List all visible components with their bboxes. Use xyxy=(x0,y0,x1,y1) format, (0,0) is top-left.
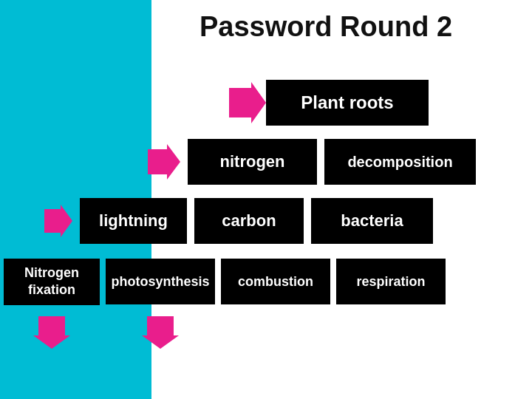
row-1: Plant roots xyxy=(229,80,429,126)
arrow-row3 xyxy=(44,205,72,237)
down-arrow-photo-icon xyxy=(142,316,179,349)
photosynthesis-block: photosynthesis xyxy=(106,259,215,304)
row-2: nitrogen decomposition xyxy=(148,139,476,185)
nitrogen-fixation-block: Nitrogen fixation xyxy=(4,259,100,305)
combustion-block: combustion xyxy=(221,259,330,304)
row-4: Nitrogen fixation photosynthesis combust… xyxy=(4,259,446,305)
arrow-row1 xyxy=(229,82,266,123)
arrow-row2 xyxy=(148,144,180,180)
svg-marker-4 xyxy=(142,316,179,349)
svg-marker-0 xyxy=(229,82,266,123)
plant-roots-block: Plant roots xyxy=(266,80,429,126)
carbon-block: carbon xyxy=(194,198,304,244)
down-arrow-nfixation-icon xyxy=(33,316,70,349)
page-title: Password Round 2 xyxy=(200,11,452,43)
lightning-block: lightning xyxy=(80,198,187,244)
bacteria-block: bacteria xyxy=(311,198,433,244)
svg-marker-3 xyxy=(33,316,70,349)
respiration-block: respiration xyxy=(336,259,446,304)
nitrogen-block: nitrogen xyxy=(188,139,317,185)
svg-marker-2 xyxy=(44,205,72,237)
svg-marker-1 xyxy=(148,144,180,180)
arrow-down-photosynthesis xyxy=(106,316,215,349)
decomposition-block: decomposition xyxy=(324,139,476,185)
row-3: lightning carbon bacteria xyxy=(44,198,433,244)
arrow-down-nitrogen-fixation xyxy=(4,316,100,349)
bottom-arrows-row xyxy=(4,316,215,349)
